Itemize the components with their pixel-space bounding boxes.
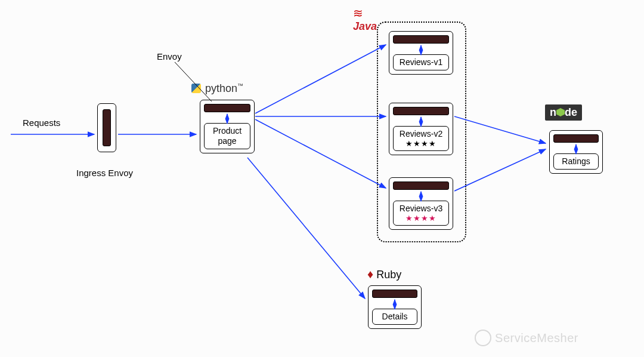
ingress-label: Ingress Envoy [76, 168, 133, 178]
java-logo: ≋ Java [353, 6, 377, 33]
svg-line-4 [255, 119, 386, 188]
productpage-service: Productpage [204, 123, 250, 149]
proxy-bar [393, 107, 449, 115]
java-icon: ≋ [353, 7, 363, 20]
reviews-v1-pod: Reviews-v1 [389, 31, 453, 75]
watermark: ServiceMesher [475, 330, 578, 346]
ingress-pod [97, 103, 116, 152]
proxy-bar [103, 109, 111, 146]
arrows-layer [0, 0, 644, 357]
details-service: Details [372, 309, 417, 325]
svg-line-7 [454, 149, 546, 191]
productpage-pod: Productpage [200, 100, 255, 153]
proxy-bar [553, 134, 599, 143]
details-pod: Details [368, 285, 422, 329]
reviews-v2-pod: Reviews-v2 ★★★★ [389, 103, 453, 155]
svg-line-5 [247, 158, 365, 298]
proxy-bar [393, 35, 449, 44]
requests-label: Requests [23, 118, 60, 128]
black-stars: ★★★★ [398, 139, 444, 149]
ruby-icon: ♦ [367, 267, 373, 281]
python-logo: python™ [191, 82, 243, 95]
svg-line-8 [175, 62, 212, 101]
reviews-v1-service: Reviews-v1 [393, 54, 449, 70]
ratings-service: Ratings [553, 153, 599, 170]
proxy-bar [372, 290, 417, 298]
ratings-pod: Ratings [549, 130, 603, 174]
svg-line-6 [454, 116, 546, 143]
reviews-v2-service: Reviews-v2 ★★★★ [393, 126, 449, 151]
envoy-label: Envoy [157, 51, 182, 61]
reviews-v3-service: Reviews-v3 ★★★★ [393, 201, 449, 226]
node-logo: nde [545, 104, 582, 121]
red-stars: ★★★★ [398, 214, 444, 223]
ruby-logo: ♦ Ruby [367, 267, 401, 281]
reviews-v3-pod: Reviews-v3 ★★★★ [389, 177, 453, 230]
python-icon [191, 84, 201, 93]
svg-line-2 [255, 45, 386, 113]
proxy-bar [204, 104, 250, 112]
proxy-bar [393, 181, 449, 190]
node-icon [556, 108, 565, 116]
